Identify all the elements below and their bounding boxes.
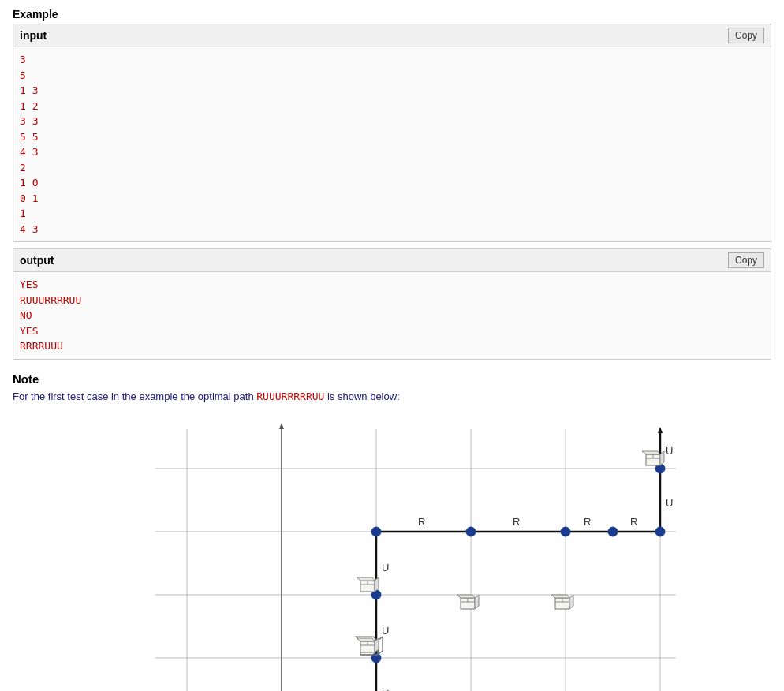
svg-marker-84 <box>357 638 375 641</box>
svg-marker-69 <box>457 595 475 598</box>
svg-marker-70 <box>475 595 479 609</box>
svg-text:U: U <box>382 688 389 692</box>
note-section: Note For the first test case in the exam… <box>13 372 771 692</box>
note-title: Note <box>13 372 771 386</box>
svg-point-50 <box>466 527 476 536</box>
svg-marker-43 <box>658 427 663 433</box>
output-content: YESRUUURRRRUUNOYESRRRRUUU <box>13 272 771 359</box>
output-header: output Copy <box>13 249 771 272</box>
svg-marker-79 <box>642 451 660 454</box>
svg-text:R: R <box>513 516 520 528</box>
input-block: input Copy 351 31 23 35 54 321 00 114 3 <box>13 24 771 242</box>
svg-point-52 <box>608 527 618 536</box>
svg-text:R: R <box>630 516 637 528</box>
input-content: 351 31 23 35 54 321 00 114 3 <box>13 47 771 241</box>
note-highlight: RUUURRRRRUU <box>256 390 324 402</box>
box-icon-4 <box>551 595 573 609</box>
note-text: For the first test case in the example t… <box>13 390 771 402</box>
input-label: input <box>20 29 47 42</box>
note-text-after: is shown below: <box>324 390 399 402</box>
svg-text:R: R <box>584 516 591 528</box>
box-icon-3 <box>457 595 479 609</box>
diagram-svg: R U U <box>108 413 676 692</box>
note-text-before: For the first test case in the example t… <box>13 390 256 402</box>
svg-point-51 <box>561 527 570 536</box>
svg-marker-74 <box>551 595 569 598</box>
svg-text:U: U <box>666 497 673 509</box>
svg-text:U: U <box>382 625 389 637</box>
diagram: R U U <box>108 413 676 692</box>
example-section: Example input Copy 351 31 23 35 54 321 0… <box>13 8 771 360</box>
svg-text:U: U <box>666 445 673 457</box>
output-block: output Copy YESRUUURRRRUUNOYESRRRRUUU <box>13 248 771 360</box>
svg-marker-64 <box>357 577 375 581</box>
input-copy-button[interactable]: Copy <box>728 28 764 43</box>
svg-point-49 <box>371 527 381 536</box>
svg-point-53 <box>655 527 665 536</box>
input-header: input Copy <box>13 24 771 47</box>
svg-marker-75 <box>569 595 573 609</box>
svg-marker-14 <box>279 423 284 429</box>
output-copy-button[interactable]: Copy <box>728 252 764 268</box>
example-title: Example <box>13 8 771 21</box>
output-label: output <box>20 254 54 267</box>
svg-text:U: U <box>382 562 389 573</box>
svg-text:R: R <box>418 516 425 528</box>
